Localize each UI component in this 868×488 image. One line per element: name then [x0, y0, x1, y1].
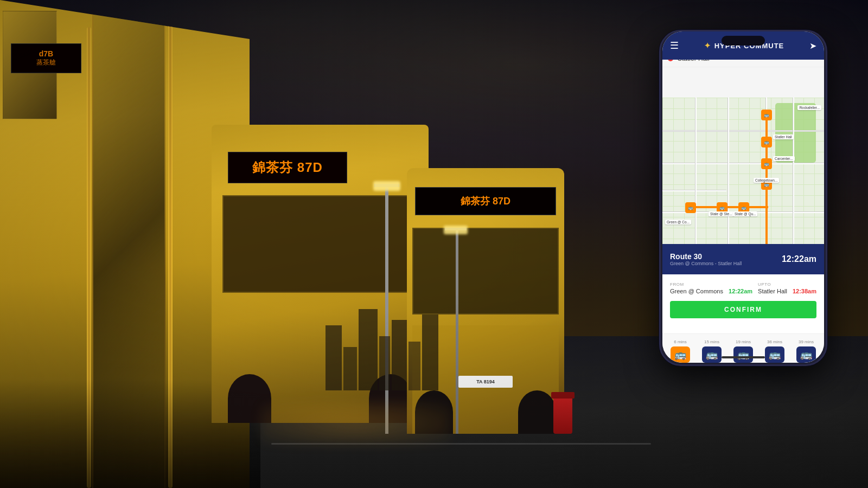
upto-label: UPTO — [758, 282, 787, 287]
map-road-h2 — [662, 163, 824, 164]
home-indicator — [722, 356, 765, 358]
from-label: FROM — [670, 282, 723, 287]
booking-details-row: FROM Green @ Commons 12:22am UPTO Statle… — [670, 282, 816, 294]
phone-screen: ☰ ✦ HYPER COMMUTE ➤ Green @ Commons ✕ St… — [662, 31, 824, 363]
route-number: Route 30 — [670, 252, 742, 261]
nav-item-bus17[interactable]: 39 mins 🚌 Bus 17 — [793, 339, 819, 363]
nav-time-2: 19 mins — [736, 339, 751, 344]
label-carcenter: Carcenter... — [773, 156, 795, 161]
booking-upto: UPTO Statler Hall — [758, 282, 787, 294]
nav-icon-4: 🚌 — [796, 346, 816, 363]
map-road-v4 — [793, 98, 794, 244]
phone-mockup: ☰ ✦ HYPER COMMUTE ➤ Green @ Commons ✕ St… — [659, 30, 827, 366]
nav-time-1: 15 mins — [704, 339, 719, 344]
nav-item-bus11[interactable]: 15 mins 🚌 Bus 11 — [699, 339, 725, 363]
from-stop: Green @ Commons — [670, 288, 723, 294]
marker-statler: 🚌 — [761, 137, 772, 147]
phone-notch — [722, 36, 765, 46]
nav-item-bus51[interactable]: 19 mins 🚌 Bus 51 — [730, 339, 756, 363]
map-park — [775, 103, 816, 163]
map-road-v2 — [727, 98, 729, 244]
map-road-v1 — [695, 98, 697, 244]
confirm-button[interactable]: CONFIRM — [670, 301, 816, 318]
bottom-navigation: 6 mins 🚌 Bus 30 15 mins 🚌 Bus 11 19 mins… — [662, 334, 824, 363]
from-time: 12:22am — [729, 288, 752, 294]
route-stops: Green @ Commons - Statler Hall — [670, 261, 742, 266]
nav-items-row: 6 mins 🚌 Bus 30 15 mins 🚌 Bus 11 19 mins… — [665, 339, 822, 363]
nav-time-3: 36 mins — [767, 339, 782, 344]
booking-area: FROM Green @ Commons 12:22am UPTO Statle… — [662, 274, 824, 334]
route-info-left: Route 30 Green @ Commons - Statler Hall — [670, 252, 742, 266]
star-icon: ✦ — [704, 41, 711, 50]
marker-carcenter: 🚌 — [761, 158, 772, 169]
label-collegetown: Collegetown... — [754, 178, 779, 183]
label-green: Green @ Co... — [665, 220, 691, 224]
booking-from: FROM Green @ Commons — [670, 282, 723, 294]
nav-item-bus30-2[interactable]: 36 mins 🚌 Bus 30 — [762, 339, 788, 363]
marker-rockafeller: 🚌 — [761, 110, 772, 120]
upto-time-label — [793, 282, 816, 287]
route-departure-time: 12:22am — [782, 254, 816, 264]
label-state-qu: State @ Qu... — [733, 211, 757, 216]
menu-icon[interactable]: ☰ — [670, 40, 679, 52]
route-info-bar: Route 30 Green @ Commons - Statler Hall … — [662, 244, 824, 274]
label-state-ste: State @ Ste... — [709, 211, 734, 216]
label-rockafeller: Rockafeller... — [797, 105, 821, 110]
nav-item-bus30-active[interactable]: 6 mins 🚌 Bus 30 — [667, 339, 693, 363]
map-road-h1 — [662, 130, 824, 132]
marker-green: 🚌 — [685, 202, 696, 213]
navigation-icon[interactable]: ➤ — [809, 41, 816, 51]
nav-time-4: 39 mins — [799, 339, 814, 344]
nav-time-0: 6 mins — [674, 339, 687, 344]
map-road-h3 — [662, 190, 726, 191]
nav-icon-1: 🚌 — [702, 346, 722, 363]
booking-from-time: 12:22am — [729, 282, 752, 294]
map-view[interactable]: 🚌 🚌 🚌 🚌 🚌 🚌 🚌 Rockafeller... Statler Hal… — [662, 98, 824, 244]
phone-body: ☰ ✦ HYPER COMMUTE ➤ Green @ Commons ✕ St… — [659, 30, 827, 366]
upto-time: 12:38am — [793, 288, 816, 294]
nav-icon-3: 🚌 — [765, 346, 784, 363]
upto-stop: Statler Hall — [758, 288, 787, 294]
nav-icon-0: 🚌 — [671, 346, 690, 363]
label-statler: Statler Hall — [773, 134, 794, 139]
route-line-h — [690, 206, 768, 208]
booking-upto-time: 12:38am — [793, 282, 816, 294]
nav-icon-2: 🚌 — [733, 346, 753, 363]
from-time-label — [729, 282, 752, 287]
